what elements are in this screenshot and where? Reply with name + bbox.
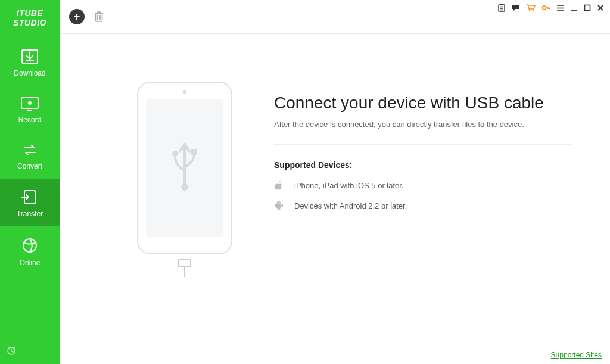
clipboard-icon[interactable] (497, 4, 506, 12)
key-icon[interactable] (541, 4, 550, 12)
convert-icon (21, 143, 39, 157)
window-controls (497, 4, 604, 12)
sidebar-item-record[interactable]: Record (0, 86, 60, 132)
sidebar-item-label: Record (18, 116, 42, 124)
sidebar-item-label: Download (14, 69, 45, 77)
record-icon (20, 97, 39, 111)
device-body (137, 82, 232, 254)
apple-icon (274, 181, 284, 190)
device-connector (178, 259, 191, 267)
minimize-button[interactable] (571, 4, 578, 11)
info-divider (274, 144, 572, 145)
transfer-icon (21, 189, 39, 205)
supported-title: Supported Devices: (274, 160, 586, 170)
subline: After the device is connected, you can d… (274, 120, 586, 129)
svg-point-21 (172, 151, 178, 157)
sidebar-item-online[interactable]: Online (0, 226, 60, 275)
app-root: ITUBE STUDIO Download Record (0, 0, 610, 364)
sidebar-item-convert[interactable]: Convert (0, 132, 60, 179)
usb-icon (167, 137, 203, 199)
scheduler-icon[interactable] (6, 347, 17, 357)
brand-title: ITUBE STUDIO (0, 0, 60, 38)
cart-icon[interactable] (526, 4, 536, 12)
trash-button[interactable] (93, 10, 105, 23)
sidebar-item-transfer[interactable]: Transfer (0, 179, 60, 226)
device-screen (146, 99, 223, 237)
device-camera (183, 90, 186, 94)
sidebar-item-label: Online (20, 259, 41, 267)
svg-point-10 (529, 10, 530, 11)
globe-icon (21, 237, 38, 254)
add-button[interactable]: + (69, 9, 85, 24)
info-panel: Connect your device with USB cable After… (274, 82, 586, 221)
sidebar-bottom (0, 339, 60, 364)
headline: Connect your device with USB cable (274, 94, 586, 113)
sidebar: ITUBE STUDIO Download Record (0, 0, 60, 364)
svg-point-12 (543, 6, 546, 10)
connector-plug-icon (178, 259, 191, 267)
maximize-button[interactable] (584, 4, 591, 11)
sidebar-item-label: Convert (17, 162, 42, 170)
support-row-android: Devices with Android 2.2 or later. (274, 201, 586, 210)
svg-point-20 (181, 183, 188, 191)
svg-rect-22 (191, 149, 197, 155)
sidebar-item-label: Transfer (17, 210, 43, 218)
svg-point-3 (28, 101, 32, 105)
svg-point-23 (278, 202, 278, 203)
support-android-text: Devices with Android 2.2 or later. (294, 201, 407, 210)
supported-sites-link[interactable]: Supported Sites (551, 351, 602, 359)
support-row-ios: iPhone, iPad with iOS 5 or later. (274, 181, 586, 190)
svg-point-6 (23, 239, 36, 252)
device-illustration (131, 82, 238, 267)
android-icon (274, 201, 284, 210)
download-icon (21, 49, 39, 64)
svg-rect-8 (96, 13, 102, 21)
content: Connect your device with USB cable After… (60, 34, 610, 364)
support-ios-text: iPhone, iPad with iOS 5 or later. (294, 181, 404, 190)
sidebar-item-download[interactable]: Download (0, 38, 60, 86)
svg-point-11 (533, 10, 534, 11)
close-button[interactable] (597, 4, 604, 11)
svg-point-24 (279, 202, 280, 203)
svg-rect-17 (585, 5, 590, 11)
menu-icon[interactable] (556, 4, 565, 12)
feedback-icon[interactable] (512, 4, 520, 12)
main-area: + (60, 0, 610, 364)
